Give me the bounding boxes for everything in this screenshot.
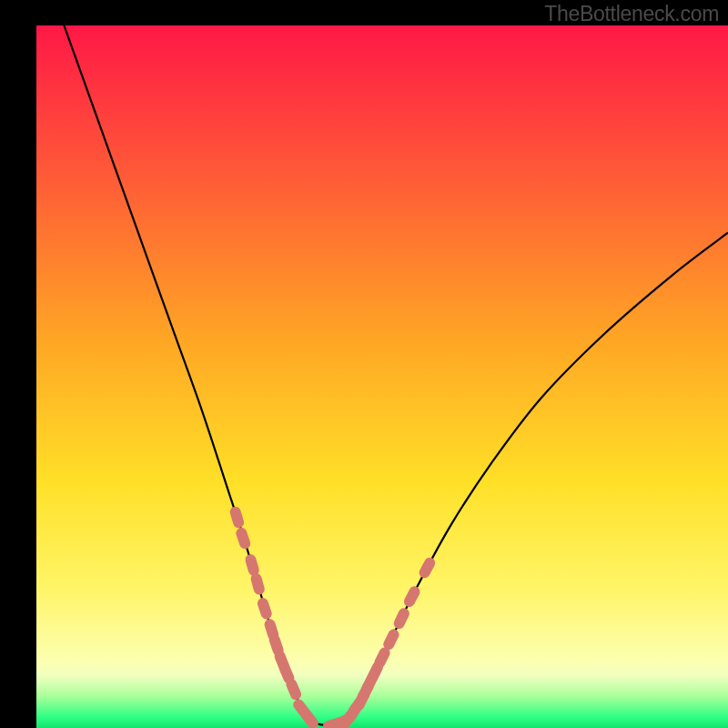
chart-svg [36,25,728,728]
gradient-background [36,25,728,728]
watermark-text: TheBottleneck.com [544,2,719,26]
bottleneck-chart [36,25,728,728]
